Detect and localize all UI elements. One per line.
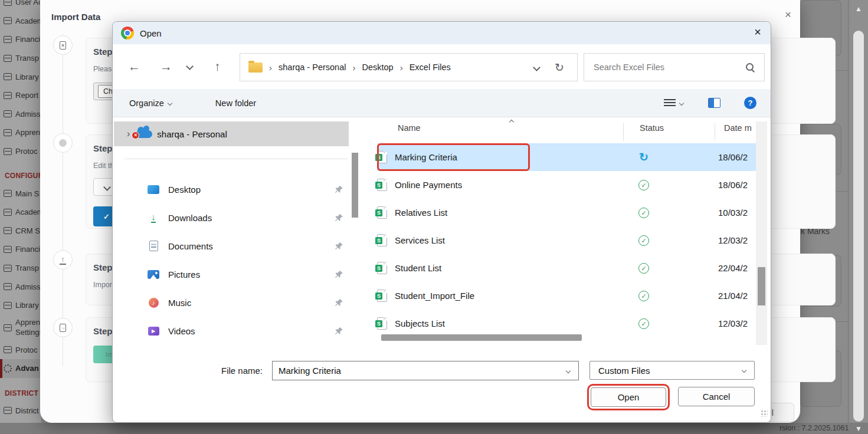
check-icon: ✓ — [103, 212, 110, 221]
recent-locations-chevron-icon[interactable] — [186, 63, 194, 70]
address-bar[interactable]: › sharqa - Personal › Desktop › Excel Fi… — [240, 53, 578, 81]
chevron-down-icon[interactable] — [566, 368, 571, 373]
chrome-logo-icon — [121, 27, 134, 40]
tree-item-videos[interactable]: ▶ Videos — [113, 317, 349, 345]
videos-icon: ▶ — [148, 327, 159, 336]
refresh-icon[interactable]: ↻ — [555, 61, 564, 74]
scroll-down-icon[interactable]: ▼ — [855, 425, 862, 433]
user-icon — [4, 0, 12, 6]
sidebar-item-financial-settings[interactable]: Financi — [0, 240, 41, 259]
chevron-down-icon — [103, 183, 111, 191]
search-icon[interactable] — [745, 63, 755, 72]
sidebar-item-protocol-settings[interactable]: Protoc — [0, 341, 41, 360]
sidebar-item-main-settings[interactable]: Main S — [0, 184, 41, 203]
pin-icon — [335, 185, 343, 194]
expand-chevron-icon[interactable]: › — [127, 129, 130, 139]
forward-icon[interactable]: → — [160, 60, 172, 73]
list-scrollbar-track[interactable] — [756, 121, 767, 345]
sidebar-item-crm-settings[interactable]: CRM Se — [0, 222, 41, 241]
sidebar-item-admission[interactable]: Admiss — [0, 105, 41, 124]
tree-item-music[interactable]: ♪ Music — [113, 288, 349, 317]
sidebar-item-library-settings[interactable]: Library — [0, 296, 41, 315]
bus-icon — [4, 55, 12, 62]
sidebar-item-apprentice[interactable]: Appren — [0, 123, 41, 142]
breadcrumb-separator: › — [400, 63, 403, 73]
tree-item-pictures[interactable]: Pictures — [113, 260, 349, 288]
cancel-button[interactable]: Cancel — [678, 387, 755, 406]
annotation-selected-file — [377, 143, 530, 171]
tree-item-desktop[interactable]: Desktop — [113, 175, 349, 203]
breadcrumb-item[interactable]: sharqa - Personal — [279, 63, 346, 72]
sidebar-item-transport[interactable]: Transp — [0, 49, 41, 68]
sidebar-item-advanced[interactable]: Advan — [0, 359, 41, 378]
excel-file-icon: S — [377, 262, 387, 274]
page-scrollbar-thumb[interactable] — [853, 31, 864, 422]
grid-icon — [4, 17, 12, 24]
column-header-status[interactable]: Status — [640, 123, 664, 133]
file-row[interactable]: S Services List ✓ 12/03/2 — [377, 226, 756, 254]
list-scrollbar-thumb[interactable] — [758, 267, 765, 305]
fax-icon — [4, 346, 12, 353]
box-icon — [4, 129, 12, 136]
bus-icon — [4, 265, 12, 272]
file-row[interactable]: S Online Payments ✓ 18/06/2 — [377, 171, 756, 199]
sidebar-item-financial[interactable]: Financi — [0, 30, 41, 49]
address-dropdown-chevron-icon[interactable] — [533, 64, 541, 71]
back-icon[interactable]: ← — [128, 60, 140, 73]
bank-icon — [4, 110, 12, 117]
column-separator[interactable] — [623, 123, 624, 141]
tree-item-downloads[interactable]: ↓ Downloads — [113, 203, 349, 232]
scroll-up-icon[interactable]: ▲ — [855, 5, 862, 13]
view-mode-button[interactable] — [664, 99, 683, 107]
step4-import-icon: → — [53, 318, 73, 337]
sidebar-item-admission-settings[interactable]: Admiss — [0, 277, 41, 296]
modal-close-icon[interactable]: × — [785, 8, 791, 21]
file-row[interactable]: S Relatives List ✓ 10/03/2 — [377, 199, 756, 226]
search-input[interactable] — [594, 63, 745, 72]
sidebar-item-apprentice-settings[interactable]: Apprent Settings — [0, 315, 41, 341]
sidebar-item-report[interactable]: Report — [0, 86, 41, 105]
tree-scrollbar-thumb[interactable] — [352, 153, 358, 218]
sidebar-item-library[interactable]: Library — [0, 67, 41, 86]
organize-button[interactable]: Organize — [129, 98, 172, 108]
column-header-name[interactable]: Name — [398, 123, 421, 133]
column-separator[interactable] — [715, 123, 715, 141]
column-header-date[interactable]: Date m — [724, 123, 752, 133]
gear-icon — [4, 364, 12, 373]
box-icon — [4, 324, 12, 331]
new-folder-button[interactable]: New folder — [215, 98, 256, 108]
file-type-select[interactable]: Custom Files — [589, 361, 755, 380]
resize-grip[interactable] — [761, 410, 768, 417]
file-name-field[interactable] — [272, 361, 579, 380]
file-row[interactable]: S Subjects List ✓ 12/03/2 — [377, 310, 756, 337]
tree-item-documents[interactable]: Documents — [113, 232, 349, 260]
sidebar-heading-district: DISTRICT — [0, 385, 41, 402]
tree-root-onedrive[interactable]: › × sharqa - Personal — [114, 121, 349, 146]
tree-root-label: sharqa - Personal — [157, 129, 227, 139]
desktop-icon — [148, 185, 159, 194]
excel-file-icon: S — [377, 290, 387, 302]
preview-pane-icon[interactable] — [708, 98, 720, 108]
breadcrumb-item[interactable]: Excel Files — [410, 63, 451, 72]
sidebar-item-user-accounts[interactable]: User Ac — [0, 0, 41, 12]
search-box[interactable] — [584, 53, 765, 81]
onedrive-cloud-icon: × — [136, 130, 152, 138]
help-icon[interactable]: ? — [744, 97, 756, 109]
sidebar-item-district[interactable]: District — [0, 402, 41, 420]
sidebar-item-protocol[interactable]: Protoc — [0, 142, 41, 161]
step3-upload-icon: ↑ — [53, 250, 73, 269]
synced-status-icon: ✓ — [638, 235, 649, 246]
list-hscrollbar-thumb[interactable] — [381, 334, 582, 341]
sidebar-item-academic-settings[interactable]: Academ — [0, 203, 41, 222]
up-icon[interactable]: ↑ — [214, 60, 221, 73]
users-icon — [4, 209, 12, 216]
dialog-close-icon[interactable]: × — [754, 25, 761, 39]
file-row[interactable]: S Student List ✓ 22/04/2 — [377, 254, 756, 282]
file-name-input[interactable] — [273, 366, 566, 376]
bank-icon — [4, 283, 12, 290]
sidebar-item-transport-settings[interactable]: Transp — [0, 259, 41, 278]
sidebar-item-academic[interactable]: Academ — [0, 12, 41, 31]
breadcrumb-item[interactable]: Desktop — [362, 63, 393, 72]
file-row[interactable]: S Student_Import_File ✓ 21/04/2 — [377, 282, 756, 310]
modal-title: Import Data — [51, 12, 100, 22]
